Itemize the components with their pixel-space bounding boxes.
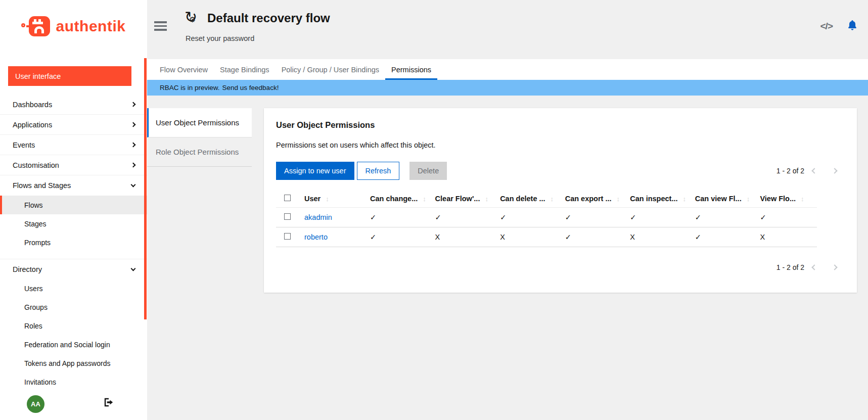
- tabbar: Flow Overview Stage Bindings Policy / Gr…: [147, 59, 868, 80]
- pagination-range: 1 - 2 of 2: [776, 167, 804, 175]
- tab-stage-bindings[interactable]: Stage Bindings: [214, 59, 276, 80]
- notification-bell-icon[interactable]: [847, 19, 858, 33]
- sidebar: authentik User interface Dashboards Appl…: [0, 0, 147, 420]
- column-header-view-flow[interactable]: View Flo...↕: [752, 191, 817, 208]
- main: ↻ ⚙ Default recovery flow Reset your pas…: [147, 0, 868, 420]
- avatar[interactable]: AA: [27, 395, 44, 413]
- permission-mark: X: [500, 233, 505, 241]
- permission-mark: ✓: [435, 213, 441, 221]
- sort-icon[interactable]: ↕: [551, 195, 554, 203]
- sidebar-scrollbar-thumb[interactable]: [144, 58, 147, 319]
- user-link-akadmin[interactable]: akadmin: [304, 213, 332, 221]
- card-title: User Object Permissions: [276, 120, 845, 130]
- chevron-right-icon: [131, 102, 136, 107]
- page-subtitle: Reset your password: [186, 34, 254, 42]
- sort-icon[interactable]: ↕: [485, 195, 488, 203]
- content: User Object Permissions Role Object Perm…: [147, 96, 868, 420]
- table-header-row: User↕ Can change...↕ Clear Flow'...↕ Can…: [276, 191, 817, 208]
- tab-role-object-permissions[interactable]: Role Object Permissions: [147, 137, 252, 167]
- next-page-button[interactable]: [825, 261, 845, 273]
- sort-icon[interactable]: ↕: [683, 195, 687, 203]
- permission-mark: X: [760, 233, 765, 241]
- column-header-can-view[interactable]: Can view Fl...↕: [687, 191, 752, 208]
- authentik-key-icon: [29, 16, 50, 36]
- next-page-button[interactable]: [825, 165, 845, 177]
- pagination-range: 1 - 2 of 2: [776, 263, 804, 271]
- table-row: akadmin ✓ ✓ ✓ ✓ ✓ ✓ ✓: [276, 208, 817, 227]
- sort-icon[interactable]: ↕: [617, 195, 620, 203]
- pagination-top: 1 - 2 of 2: [776, 165, 845, 177]
- sort-icon[interactable]: ↕: [801, 195, 804, 203]
- sidebar-item-flows-and-stages[interactable]: Flows and Stages: [0, 175, 147, 196]
- rbac-preview-banner: RBAC is in preview. Send us feedback!: [147, 80, 868, 96]
- sidebar-item-customisation[interactable]: Customisation: [0, 155, 147, 175]
- prev-page-button[interactable]: [804, 165, 825, 177]
- assign-to-new-user-button[interactable]: Assign to new user: [276, 162, 354, 180]
- flow-process-icon: ↻ ⚙: [185, 10, 201, 26]
- permission-mark: ✓: [695, 233, 701, 241]
- sidebar-item-flows[interactable]: Flows: [0, 196, 147, 214]
- chevron-down-icon: [131, 182, 136, 188]
- table-row: roberto ✓ X X ✓ X ✓ X: [276, 227, 817, 247]
- permissions-table: User↕ Can change...↕ Clear Flow'...↕ Can…: [276, 191, 817, 247]
- column-header-user[interactable]: User↕: [296, 191, 362, 208]
- sidebar-item-federation[interactable]: Federation and Social login: [0, 335, 147, 354]
- tab-policy-group-user-bindings[interactable]: Policy / Group / User Bindings: [276, 59, 385, 80]
- column-header-can-change[interactable]: Can change...↕: [362, 191, 427, 208]
- row-checkbox[interactable]: [284, 213, 291, 220]
- toolbar: Assign to new user Refresh Delete 1 - 2 …: [276, 162, 845, 180]
- sort-icon[interactable]: ↕: [423, 195, 426, 203]
- banner-text: RBAC is in preview.: [160, 84, 220, 91]
- tab-flow-overview[interactable]: Flow Overview: [154, 59, 214, 80]
- prev-page-button[interactable]: [804, 261, 825, 273]
- hamburger-menu-icon[interactable]: [154, 21, 167, 33]
- sidebar-item-stages[interactable]: Stages: [0, 214, 147, 233]
- card-description: Permissions set on users which affect th…: [276, 141, 845, 149]
- sidebar-item-roles[interactable]: Roles: [0, 316, 147, 335]
- user-link-roberto[interactable]: roberto: [304, 233, 328, 241]
- api-code-icon[interactable]: </>: [820, 21, 833, 32]
- permission-mark: ✓: [565, 213, 571, 221]
- sort-icon[interactable]: ↕: [747, 195, 750, 203]
- permission-mark: ✓: [695, 213, 701, 221]
- sidebar-item-groups[interactable]: Groups: [0, 298, 147, 316]
- sidebar-item-prompts[interactable]: Prompts: [0, 233, 147, 252]
- column-header-clear-flow[interactable]: Clear Flow'...↕: [427, 191, 492, 208]
- sidebar-item-dashboards[interactable]: Dashboards: [0, 95, 147, 115]
- delete-button[interactable]: Delete: [409, 162, 447, 180]
- feedback-link[interactable]: Send us feedback!: [222, 84, 279, 91]
- chevron-right-icon: [131, 143, 136, 148]
- logout-icon[interactable]: [104, 398, 114, 409]
- logo: authentik: [0, 15, 147, 37]
- column-header-can-inspect[interactable]: Can inspect...↕: [622, 191, 687, 208]
- permissions-card: User Object Permissions Permissions set …: [264, 108, 857, 293]
- permission-mark: ✓: [760, 213, 766, 221]
- logo-text: authentik: [56, 18, 126, 35]
- user-interface-button[interactable]: User interface: [8, 66, 131, 86]
- sidebar-item-tokens[interactable]: Tokens and App passwords: [0, 354, 147, 372]
- sidebar-item-events[interactable]: Events: [0, 135, 147, 155]
- permission-mark: ✓: [370, 233, 376, 241]
- column-header-can-export[interactable]: Can export ...↕: [557, 191, 622, 208]
- permission-mark: ✓: [630, 213, 636, 221]
- sort-icon[interactable]: ↕: [326, 195, 329, 203]
- tab-user-object-permissions[interactable]: User Object Permissions: [147, 108, 252, 137]
- sidebar-footer: AA: [0, 388, 147, 420]
- column-header-can-delete[interactable]: Can delete ...↕: [492, 191, 557, 208]
- masthead: ↻ ⚙ Default recovery flow Reset your pas…: [147, 0, 868, 59]
- row-checkbox[interactable]: [284, 233, 291, 240]
- permission-mark: X: [630, 233, 635, 241]
- refresh-button[interactable]: Refresh: [357, 162, 400, 180]
- sidebar-item-applications[interactable]: Applications: [0, 115, 147, 135]
- chevron-down-icon: [131, 266, 136, 271]
- sidebar-item-directory[interactable]: Directory: [0, 259, 147, 279]
- permission-mark: X: [435, 233, 440, 241]
- chevron-right-icon: [131, 163, 136, 168]
- select-all-checkbox[interactable]: [284, 195, 291, 201]
- permission-mark: ✓: [565, 233, 571, 241]
- page-title: Default recovery flow: [207, 11, 330, 25]
- sidebar-nav: Dashboards Applications Events Customisa…: [0, 95, 147, 391]
- tab-permissions[interactable]: Permissions: [385, 59, 437, 80]
- sidebar-item-users[interactable]: Users: [0, 279, 147, 298]
- vertical-tabs: User Object Permissions Role Object Perm…: [147, 108, 252, 167]
